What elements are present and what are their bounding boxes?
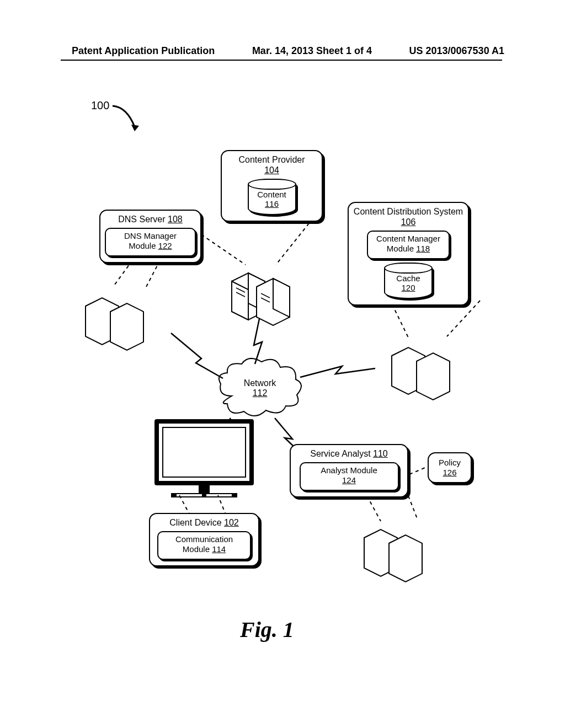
lightning-connections — [61, 99, 502, 596]
policy-title: Policy126 — [432, 458, 467, 478]
service-analyst-box: Service Analyst 110 Analyst Module124 — [290, 444, 408, 497]
service-analyst-title: Service Analyst 110 — [295, 448, 403, 459]
client-device-box: Client Device 102 Communication Module 1… — [149, 513, 259, 566]
pub-date-sheet: Mar. 14, 2013 Sheet 1 of 4 — [252, 45, 372, 57]
analyst-module: Analyst Module124 — [300, 462, 399, 491]
monitor-icon — [152, 419, 257, 497]
policy-box: Policy126 — [428, 452, 472, 483]
pub-number: US 2013/0067530 A1 — [409, 45, 504, 57]
page-header: Patent Application Publication Mar. 14, … — [0, 45, 565, 57]
pub-type: Patent Application Publication — [72, 45, 215, 57]
communication-module: Communication Module 114 — [157, 531, 251, 560]
header-rule — [61, 60, 502, 61]
figure-label: Fig. 1 — [240, 617, 294, 643]
client-title: Client Device 102 — [154, 517, 254, 528]
